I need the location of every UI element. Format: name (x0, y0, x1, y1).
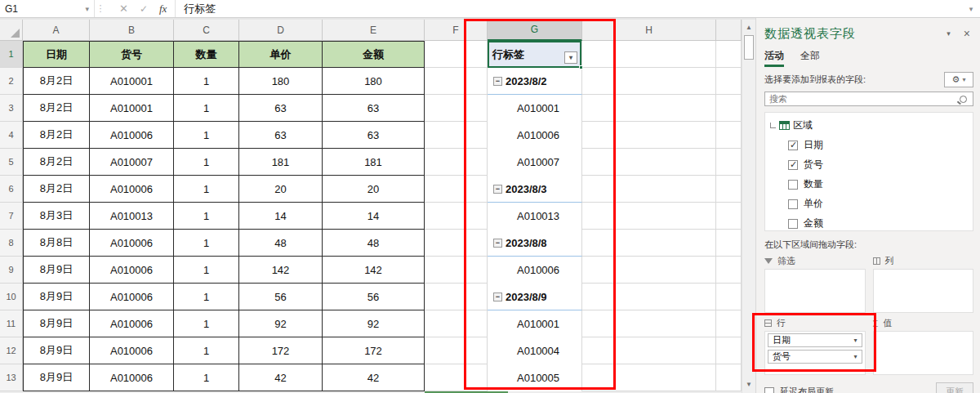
cell-B1[interactable]: 货号 (90, 41, 174, 68)
formula-input[interactable]: 行标签 (176, 2, 962, 16)
collapse-icon[interactable]: − (493, 77, 502, 86)
row-header-9[interactable]: 9 (0, 257, 23, 284)
cell-C10[interactable]: 1 (174, 284, 239, 310)
field-checkbox[interactable] (788, 141, 798, 150)
cell-A5[interactable]: 8月2日 (23, 149, 90, 176)
cell-I9[interactable] (716, 257, 742, 284)
cell-I6[interactable] (716, 176, 742, 203)
row-header-5[interactable]: 5 (0, 149, 23, 176)
cell-C9[interactable]: 1 (174, 257, 239, 284)
rows-dropzone[interactable]: 日期 ▾ 货号 ▾ (764, 331, 866, 375)
cell-I5[interactable] (716, 149, 742, 176)
cell-D4[interactable]: 63 (239, 122, 323, 149)
cell-D13[interactable]: 42 (239, 364, 323, 391)
cell-E1[interactable]: 金额 (323, 41, 425, 68)
cell-D9[interactable]: 142 (239, 257, 323, 284)
columns-dropzone[interactable] (873, 269, 974, 313)
cell-F13[interactable] (425, 364, 488, 391)
cell-D2[interactable]: 180 (239, 68, 323, 95)
cell-A4[interactable]: 8月2日 (23, 122, 90, 149)
cell-I10[interactable] (716, 284, 742, 310)
field-checkbox[interactable] (788, 219, 798, 229)
cell-F9[interactable] (425, 257, 488, 284)
cell-E4[interactable]: 63 (323, 122, 425, 149)
cell-B13[interactable]: A010006 (90, 364, 174, 391)
cell-E3[interactable]: 63 (323, 95, 425, 122)
cell-D11[interactable]: 92 (239, 310, 323, 337)
cell-I13[interactable] (716, 364, 742, 391)
cell-H5[interactable] (582, 149, 716, 176)
cell-F2[interactable] (425, 68, 488, 95)
cell-H11[interactable] (582, 310, 716, 337)
collapse-icon[interactable]: − (493, 239, 502, 248)
cell-D10[interactable]: 56 (239, 284, 323, 310)
pivot-filter-dropdown-icon[interactable]: ▾ (564, 51, 577, 64)
cell-B5[interactable]: A010007 (90, 149, 174, 176)
pivot-item-row[interactable]: A010004 (488, 337, 582, 364)
cell-E12[interactable]: 172 (323, 337, 425, 364)
cell-B10[interactable]: A010006 (90, 284, 174, 310)
cell-D5[interactable]: 181 (239, 149, 323, 176)
cell-F1[interactable] (425, 41, 488, 68)
cell-F6[interactable] (425, 176, 488, 203)
row-header-2[interactable]: 2 (0, 68, 23, 95)
scrollbar-thumb[interactable] (744, 35, 754, 60)
pivot-item-row[interactable]: A010006 (488, 122, 582, 149)
pivot-item-row[interactable]: A010001 (488, 95, 582, 122)
cell-B7[interactable]: A010013 (90, 203, 174, 230)
cell-A3[interactable]: 8月2日 (23, 95, 90, 122)
cell-C13[interactable]: 1 (174, 364, 239, 391)
pane-tab[interactable]: 活动 (764, 49, 784, 67)
cell-C12[interactable]: 1 (174, 337, 239, 364)
cell-F8[interactable] (425, 230, 488, 257)
cell-E6[interactable]: 20 (323, 176, 425, 203)
cell-B4[interactable]: A010006 (90, 122, 174, 149)
cell-A6[interactable]: 8月2日 (23, 176, 90, 203)
pivot-item-row[interactable]: A010007 (488, 149, 582, 176)
select-all-corner[interactable] (0, 20, 23, 41)
cell-A7[interactable]: 8月3日 (23, 203, 90, 230)
field-checkbox[interactable] (788, 160, 798, 170)
cell-E2[interactable]: 180 (323, 68, 425, 95)
cell-H3[interactable] (582, 95, 716, 122)
pivot-item-row[interactable]: A010013 (488, 203, 582, 230)
cell-E9[interactable]: 142 (323, 257, 425, 284)
defer-layout-checkbox[interactable] (764, 387, 774, 393)
cell-D3[interactable]: 63 (239, 95, 323, 122)
cell-B3[interactable]: A010001 (90, 95, 174, 122)
name-box-dropdown-icon[interactable]: ▾ (85, 5, 89, 13)
column-header-D[interactable]: D (239, 20, 323, 41)
pivot-item-row[interactable]: A010001 (488, 310, 582, 337)
collapse-icon[interactable]: − (493, 185, 502, 194)
cell-C4[interactable]: 1 (174, 122, 239, 149)
field-row[interactable]: 单价 (788, 197, 969, 211)
column-header-C[interactable]: C (174, 20, 239, 41)
update-button[interactable]: 更新 (936, 382, 973, 393)
cell-B8[interactable]: A010006 (90, 230, 174, 257)
cell-I11[interactable] (716, 310, 742, 337)
cell-D1[interactable]: 单价 (239, 41, 323, 68)
cell-H7[interactable] (582, 203, 716, 230)
pivot-group-row[interactable]: −2023/8/8 (488, 230, 582, 257)
field-options-button[interactable]: ⚙ ▾ (944, 72, 973, 87)
tree-expand-icon[interactable] (770, 123, 776, 128)
cell-I7[interactable] (716, 203, 742, 230)
cell-A11[interactable]: 8月9日 (23, 310, 90, 337)
cell-C3[interactable]: 1 (174, 95, 239, 122)
cell-C7[interactable]: 1 (174, 203, 239, 230)
cell-F7[interactable] (425, 203, 488, 230)
cell-D8[interactable]: 48 (239, 230, 323, 257)
cell-H10[interactable] (582, 284, 716, 310)
scroll-up-icon[interactable]: ▲ (742, 21, 755, 34)
cell-F3[interactable] (425, 95, 488, 122)
field-row[interactable]: 金额 (788, 217, 969, 230)
cell-H4[interactable] (582, 122, 716, 149)
cell-H12[interactable] (582, 337, 716, 364)
pane-options-icon[interactable]: ▾ (947, 29, 951, 38)
cell-I2[interactable] (716, 68, 742, 95)
values-dropzone[interactable] (873, 331, 974, 375)
cell-F5[interactable] (425, 149, 488, 176)
scroll-down-icon[interactable]: ▼ (742, 378, 755, 391)
row-field-pill[interactable]: 日期 ▾ (768, 333, 862, 347)
pivot-group-row[interactable]: −2023/8/9 (488, 284, 582, 310)
